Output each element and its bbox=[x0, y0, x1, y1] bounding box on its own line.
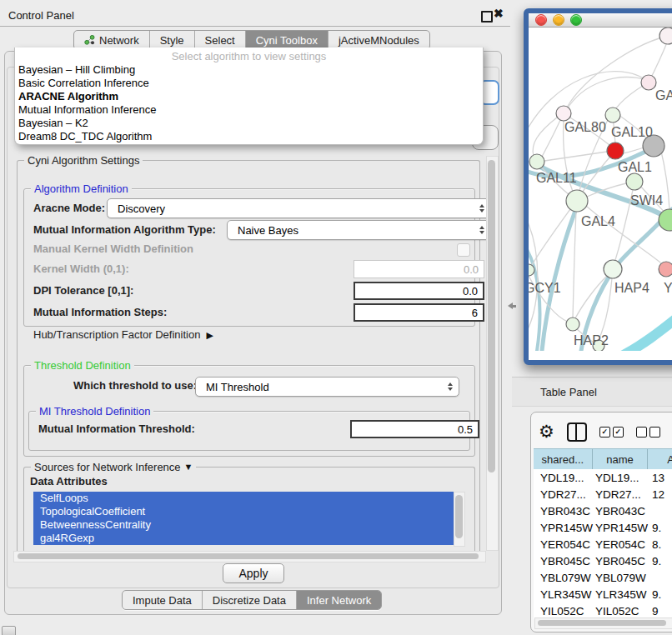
network-canvas[interactable]: GAL7GAL80GAL10GAL1GAL11SWI4GAL4GCY1HAP4Y… bbox=[529, 28, 672, 351]
network-window-titlebar[interactable] bbox=[529, 13, 672, 28]
split-columns-icon[interactable] bbox=[567, 422, 587, 442]
network-node-hap2[interactable] bbox=[566, 318, 579, 331]
attributes-scrollbar[interactable] bbox=[454, 492, 465, 547]
gear-icon[interactable]: ⚙ bbox=[539, 422, 554, 441]
tab-network[interactable]: Network bbox=[74, 31, 150, 49]
manual-kernel-width-checkbox[interactable] bbox=[457, 243, 470, 257]
table-row[interactable]: YLR345WYLR345W9. bbox=[534, 586, 672, 602]
network-icon bbox=[84, 35, 95, 45]
network-node-gal1[interactable] bbox=[607, 142, 624, 159]
algorithm-definition-title: Algorithm Definition bbox=[31, 182, 132, 195]
tab-style[interactable]: Style bbox=[150, 31, 195, 49]
mi-steps-field[interactable]: 6 bbox=[354, 303, 484, 322]
table-cell: YBR045C bbox=[534, 555, 594, 568]
mi-threshold-field[interactable]: 0.5 bbox=[350, 420, 479, 438]
tab-label: jActiveMNodules bbox=[339, 34, 419, 47]
network-node-label: GAL4 bbox=[581, 214, 615, 228]
mi-algorithm-type-label: Mutual Information Algorithm Type: bbox=[33, 223, 216, 237]
table-row[interactable]: YDL19...YDL19...13 bbox=[534, 469, 672, 486]
network-node-gal4[interactable] bbox=[566, 190, 588, 212]
table-row[interactable]: YIL052CYIL052C9 bbox=[534, 602, 672, 619]
aracne-mode-select[interactable]: Discovery bbox=[107, 198, 491, 218]
network-node-gal7[interactable] bbox=[641, 75, 656, 90]
table-row[interactable]: YBR045CYBR045C9. bbox=[534, 552, 672, 569]
network-node-hap4[interactable] bbox=[604, 260, 622, 278]
network-edge[interactable] bbox=[529, 244, 539, 351]
attribute-item[interactable]: gal4RGexp bbox=[33, 532, 464, 545]
network-edge[interactable] bbox=[544, 152, 607, 161]
toolbox-bottom-tabs: Impute DataDiscretize DataInfer Network bbox=[122, 590, 382, 610]
attributes-scrollbar-thumb[interactable] bbox=[455, 495, 463, 538]
network-edge[interactable] bbox=[542, 120, 560, 157]
network-edge[interactable] bbox=[622, 319, 672, 351]
algorithm-dropdown[interactable]: Select algorithm to view settings Bayesi… bbox=[14, 48, 484, 145]
table-row[interactable]: YDR27...YDR27...12 bbox=[534, 486, 672, 502]
apply-button[interactable]: Apply bbox=[223, 563, 284, 583]
mi-algorithm-type-select[interactable]: Naive Bayes bbox=[227, 220, 491, 240]
hub-definition-toggle[interactable]: Hub/Transcription Factor Definition ▶ bbox=[33, 328, 213, 342]
column-header-shared-name[interactable]: shared... bbox=[534, 449, 593, 469]
network-node-gal80[interactable] bbox=[556, 106, 571, 121]
bottom-tab-discretize-data[interactable]: Discretize Data bbox=[203, 591, 297, 609]
mi-threshold-definition-title: MI Threshold Definition bbox=[36, 405, 153, 418]
settings-vertical-scrollbar-thumb[interactable] bbox=[488, 160, 495, 472]
table-cell: 9. bbox=[650, 588, 661, 601]
algorithm-option[interactable]: Bayesian – K2 bbox=[15, 117, 483, 130]
tab-select[interactable]: Select bbox=[195, 31, 246, 49]
checked-box-icon: ✓ bbox=[613, 427, 624, 438]
network-node-gal10[interactable] bbox=[605, 108, 620, 122]
kernel-width-label: Kernel Width (0,1): bbox=[33, 262, 129, 276]
network-edge[interactable] bbox=[573, 212, 576, 318]
tab-jactivemnodules[interactable]: jActiveMNodules bbox=[328, 31, 429, 49]
attribute-item[interactable]: BetweennessCentrality bbox=[33, 518, 464, 532]
aracne-mode-label: Aracne Mode: bbox=[33, 202, 105, 215]
table-horizontal-scrollbar[interactable] bbox=[534, 618, 672, 629]
attribute-item[interactable]: SelfLoops bbox=[33, 492, 464, 505]
settings-horizontal-scrollbar[interactable] bbox=[13, 551, 486, 562]
table-row[interactable]: YBR043CYBR043C bbox=[534, 502, 672, 519]
algorithm-option[interactable]: Bayesian – Hill Climbing bbox=[15, 63, 483, 77]
collapsed-panel-button[interactable] bbox=[2, 626, 16, 635]
network-node-swi4[interactable] bbox=[626, 173, 643, 190]
data-attributes-list[interactable]: SelfLoopsTopologicalCoefficientBetweenne… bbox=[33, 492, 464, 545]
settings-vertical-scrollbar[interactable] bbox=[486, 156, 499, 551]
network-node[interactable] bbox=[659, 28, 672, 44]
control-panel-titlebar: Control Panel bbox=[0, 4, 510, 27]
algorithm-option[interactable]: Mutual Information Inference bbox=[15, 103, 483, 117]
close-panel-icon[interactable]: ✖ bbox=[494, 7, 504, 20]
table-header: shared... name A bbox=[534, 448, 672, 470]
network-node-label: HAP4 bbox=[614, 281, 649, 295]
table-row[interactable]: YPR145WYPR145W9. bbox=[534, 519, 672, 536]
dpi-tolerance-field[interactable]: 0.0 bbox=[354, 282, 484, 300]
column-header-name[interactable]: name bbox=[593, 449, 649, 469]
settings-horizontal-scrollbar-thumb[interactable] bbox=[18, 553, 479, 559]
algorithm-option[interactable]: ARACNE Algorithm bbox=[15, 90, 483, 103]
attribute-item[interactable]: TopologicalCoefficient bbox=[33, 505, 464, 518]
close-traffic-light-icon[interactable] bbox=[535, 14, 547, 26]
tab-cyni-toolbox[interactable]: Cyni Toolbox bbox=[246, 31, 328, 49]
zoom-traffic-light-icon[interactable] bbox=[570, 14, 582, 26]
column-header-clipped[interactable]: A bbox=[648, 449, 672, 469]
table-cell: YBR045C bbox=[594, 555, 650, 568]
table-horizontal-scrollbar-thumb[interactable] bbox=[538, 620, 666, 626]
deselect-all-icon[interactable] bbox=[636, 427, 660, 438]
bottom-tab-infer-network[interactable]: Infer Network bbox=[297, 591, 381, 609]
algorithm-option[interactable]: Basic Correlation Inference bbox=[15, 77, 483, 90]
table-panel-title: Table Panel bbox=[540, 386, 597, 398]
table-row[interactable]: YER054CYER054C8. bbox=[534, 536, 672, 552]
table-row[interactable]: YBL079WYBL079W bbox=[534, 569, 672, 586]
unchecked-box-icon bbox=[649, 427, 660, 438]
network-view-window[interactable]: GAL7GAL80GAL10GAL1GAL11SWI4GAL4GCY1HAP4Y… bbox=[524, 8, 672, 365]
network-node-y[interactable] bbox=[659, 262, 672, 277]
table-cell: 8. bbox=[650, 538, 661, 551]
float-window-icon[interactable] bbox=[481, 11, 493, 22]
which-threshold-select[interactable]: MI Threshold bbox=[195, 377, 459, 397]
sources-toggle[interactable]: Sources for Network Inference ▼ bbox=[31, 461, 196, 473]
algorithm-dropdown-prompt: Select algorithm to view settings bbox=[15, 50, 483, 63]
minimize-traffic-light-icon[interactable] bbox=[553, 14, 564, 26]
bottom-tab-impute-data[interactable]: Impute Data bbox=[123, 591, 203, 609]
kernel-width-field[interactable]: 0.0 bbox=[354, 260, 484, 278]
network-node-gal11[interactable] bbox=[529, 154, 544, 169]
algorithm-option[interactable]: Dream8 DC_TDC Algorithm bbox=[15, 130, 483, 143]
select-all-icon[interactable]: ✓ ✓ bbox=[599, 427, 624, 438]
